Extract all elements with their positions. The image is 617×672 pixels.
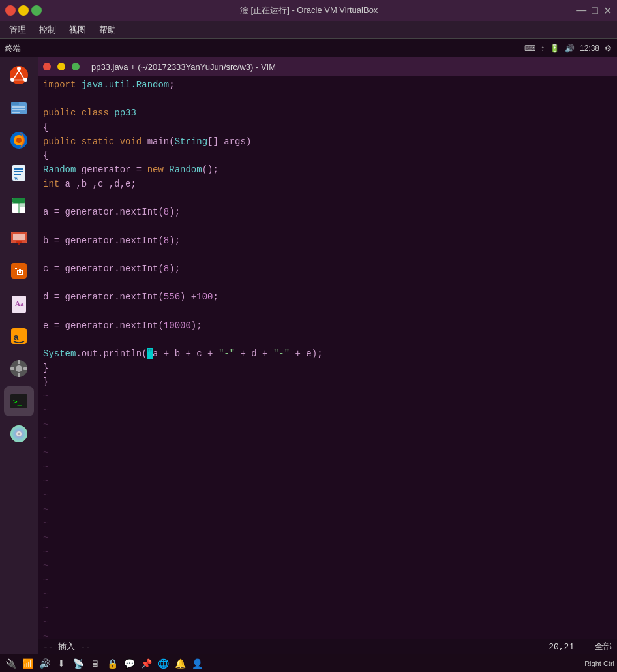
svg-rect-14 [14,168,23,170]
win-minimize-icon[interactable]: — [576,5,586,17]
taskbar-right-ctrl: Right Ctrl [584,660,614,667]
dvd-icon[interactable] [4,419,34,449]
code-line-8: int a ,b ,c ,d,e; [38,177,617,192]
maximize-btn[interactable] [31,5,42,16]
window-title: 淦 [正在运行] - Oracle VM VirtualBox [42,5,576,16]
tilde-line-12: ~ [38,545,617,560]
code-line-7: Random generator = new Random(); [38,163,617,177]
libreoffice-impress-icon[interactable] [4,223,34,253]
tilde-line-9: ~ [38,503,617,517]
taskbar-icon-1[interactable]: 🔌 [3,656,18,671]
libreoffice-calc-icon[interactable] [4,191,34,221]
taskbar-icon-12[interactable]: 👤 [189,656,205,671]
tilde-line-17: ~ [38,616,617,630]
tilde-line-4: ~ [38,432,617,446]
window-titlebar: 淦 [正在运行] - Oracle VM VirtualBox — □ ✕ [0,0,617,21]
svg-rect-38 [18,373,20,377]
menubar: 管理 控制 视图 帮助 [0,21,617,39]
taskbar-icon-11[interactable]: 🔔 [172,656,188,671]
vim-mode: -- 插入 -- [43,641,91,652]
amazon-icon[interactable]: a [4,321,34,351]
firefox-icon[interactable] [4,125,34,155]
code-line-18: e = generator.nextInt(10000); [38,319,617,333]
svg-rect-27 [18,243,20,245]
code-line-17 [38,305,617,319]
win-controls: — □ ✕ [576,5,612,17]
term-label: 终端 [5,43,21,54]
code-line-12: b = generator.nextInt(8); [38,234,617,249]
close-btn[interactable] [5,5,16,16]
taskbar-icon-2[interactable]: 📶 [20,656,35,671]
system-tools-icon[interactable] [4,354,34,384]
vim-min-btn[interactable] [57,63,65,70]
taskbar-icon-3[interactable]: 🔊 [37,656,52,671]
svg-rect-6 [12,106,25,108]
vim-close-btn[interactable] [43,63,51,70]
svg-rect-8 [12,112,20,113]
code-line-10: a = generator.nextInt(8); [38,206,617,220]
taskbar-icon-8[interactable]: 💬 [121,656,137,671]
arrows-icon: ↕ [541,44,545,53]
sidebar: W 🛍 [0,57,38,654]
tilde-line-7: ~ [38,474,617,489]
settings-icon: ⚙ [605,44,612,53]
menu-help[interactable]: 帮助 [93,23,123,37]
menu-control[interactable]: 控制 [33,23,63,37]
svg-text:Aa: Aa [15,299,24,307]
tilde-line-1: ~ [38,389,617,404]
minimize-btn[interactable] [18,5,29,16]
tilde-line-16: ~ [38,602,617,616]
svg-text:🛍: 🛍 [13,266,23,277]
svg-rect-37 [18,360,20,364]
term-right: ⌨ ↕ 🔋 🔊 12:38 ⚙ [524,44,612,53]
svg-rect-5 [11,102,19,105]
termbar: 终端 ⌨ ↕ 🔋 🔊 12:38 ⚙ [0,39,617,57]
svg-rect-26 [16,241,22,243]
taskbar-icon-6[interactable]: 🖥 [87,656,103,671]
svg-text:>_: >_ [13,397,22,406]
win-close-icon[interactable]: ✕ [603,5,612,17]
code-line-6: { [38,149,617,163]
code-line-22: } [38,375,617,389]
code-line-20: System.out.println("a + b + c + "-" + d … [38,347,617,361]
code-line-9 [38,192,617,206]
code-line-21: } [38,361,617,376]
taskbar-icon-7[interactable]: 🔒 [104,656,120,671]
ubuntu-icon[interactable] [4,60,34,90]
code-line-3: public class pp33 [38,106,617,121]
code-line-19 [38,333,617,347]
files-icon[interactable] [4,93,34,123]
tilde-line-15: ~ [38,588,617,602]
taskbar-icon-10[interactable]: 🌐 [155,656,171,671]
taskbar-icon-4[interactable]: ⬇ [53,656,69,671]
app-store-icon[interactable]: 🛍 [4,256,34,286]
svg-point-47 [18,433,20,435]
tilde-line-14: ~ [38,573,617,588]
vim-titlebar: pp33.java + (~/20172333YanYuJun/src/w3) … [38,57,617,76]
vim-max-btn[interactable] [72,63,80,70]
vim-tab-title: pp33.java + (~/20172333YanYuJun/src/w3) … [91,62,276,72]
libreoffice-writer-icon[interactable]: W [4,158,34,188]
volume-icon: 🔊 [565,44,575,53]
code-line-16: d = generator.nextInt(556) +100; [38,290,617,305]
main-area: W 🛍 [0,57,617,654]
taskbar-icon-5[interactable]: 📡 [70,656,86,671]
tilde-line-13: ~ [38,559,617,573]
code-editor[interactable]: import java.util.Random; public class pp… [38,76,617,639]
win-maximize-icon[interactable]: □ [592,5,598,17]
tilde-line-3: ~ [38,418,617,433]
tilde-line-11: ~ [38,531,617,545]
svg-rect-25 [13,234,25,240]
code-line-2 [38,93,617,107]
code-line-13 [38,248,617,262]
menu-view[interactable]: 视图 [63,23,93,37]
terminal-icon[interactable]: >_ [4,386,34,416]
taskbar: 🔌 📶 🔊 ⬇ 📡 🖥 🔒 💬 📌 🌐 🔔 👤 Right Ctrl [0,654,617,672]
svg-text:W: W [14,177,18,181]
code-line-14: c = generator.nextInt(8); [38,262,617,277]
tilde-line-6: ~ [38,461,617,475]
taskbar-icon-9[interactable]: 📌 [138,656,154,671]
text-editor-icon[interactable]: Aa [4,288,34,318]
svg-rect-39 [10,367,14,370]
menu-manage[interactable]: 管理 [3,23,33,37]
